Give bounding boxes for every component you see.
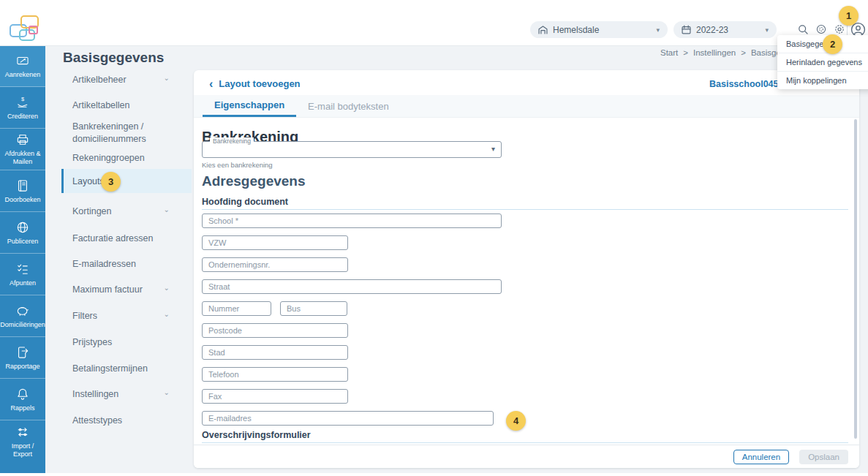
- sidebar-item-prijstypes[interactable]: Prijstypes: [72, 336, 182, 349]
- breadcrumb-separator: >: [683, 48, 688, 57]
- field-postcode[interactable]: [202, 323, 348, 338]
- chevron-down-icon[interactable]: ⌄: [164, 74, 170, 82]
- module-item-label: Rappels: [10, 404, 34, 412]
- tab-eigenschappen[interactable]: Eigenschappen: [203, 95, 296, 117]
- breadcrumb-instellingen[interactable]: Instellingen: [693, 48, 736, 57]
- sidebar-item-atteststypes[interactable]: Atteststypes: [72, 415, 182, 427]
- schoolyear-selector[interactable]: 2022-23 ▾: [673, 21, 777, 38]
- school-selector-value: Hemelsdale: [553, 25, 599, 35]
- sidebar-item-rekeninggroepen[interactable]: Rekeninggroepen: [72, 152, 182, 165]
- checklist-icon: [15, 262, 30, 276]
- annotation-badge-1: 1: [839, 6, 858, 26]
- layout-panel: ‹ Layout toevoegen Basisschool045898 Eig…: [194, 70, 859, 468]
- annotation-badge-3: 3: [101, 172, 121, 192]
- module-item-rapportage[interactable]: Rapportage: [0, 337, 45, 379]
- save-button[interactable]: Opslaan: [799, 450, 848, 464]
- field-bus[interactable]: [280, 301, 347, 316]
- module-item-publiceren[interactable]: Publiceren: [0, 212, 45, 254]
- module-item-label: Afdrukken & Mailen: [1, 150, 44, 166]
- module-item-label: Domiciliëringen: [0, 321, 45, 329]
- module-item-label: Import / Export: [1, 442, 44, 458]
- breadcrumb-start[interactable]: Start: [660, 48, 678, 57]
- field-stad[interactable]: [202, 345, 348, 360]
- gear-icon[interactable]: [834, 23, 845, 35]
- module-item-label: Aanrekenen: [5, 71, 41, 79]
- group-title-hoofding-document: Hoofding document: [202, 197, 288, 207]
- chevron-left-icon: ‹: [209, 79, 213, 88]
- book-icon: [15, 178, 30, 193]
- school-icon: [538, 25, 548, 34]
- tab-email-bodyteksten[interactable]: E-mail bodyteksten: [296, 95, 401, 117]
- sidebar-item-facturatie-adressen[interactable]: Facturatie adressen: [72, 233, 182, 245]
- schoolyear-selector-value: 2022-23: [696, 25, 728, 35]
- transfer-arrows-icon: [15, 425, 30, 439]
- module-item-import-export[interactable]: Import / Export: [0, 420, 45, 462]
- sidebar-item-emailadressen[interactable]: E-mailadressen: [72, 258, 182, 271]
- module-item-afdrukken-mailen[interactable]: Afdrukken & Mailen: [0, 129, 45, 170]
- cancel-button[interactable]: Annuleren: [733, 450, 789, 464]
- select-helper-text: Kies een bankrekening: [202, 161, 273, 169]
- breadcrumb-separator: >: [741, 48, 746, 57]
- tag-pencil-icon: [15, 53, 30, 68]
- chevron-down-icon: ▾: [491, 145, 495, 153]
- module-item-rappels[interactable]: Rappels: [0, 379, 45, 420]
- module-item-domicilieringen[interactable]: Domiciliëringen: [0, 295, 45, 337]
- annotation-badge-2: 2: [823, 34, 842, 54]
- logo-shape-pink: [29, 26, 38, 34]
- school-selector[interactable]: Hemelsdale ▾: [530, 21, 668, 38]
- module-item-crediteren[interactable]: $ Crediteren: [0, 87, 45, 129]
- field-telefoon[interactable]: [202, 367, 348, 382]
- bankrekening-select[interactable]: Bankrekening ▾: [202, 141, 502, 158]
- printer-icon: [15, 132, 30, 147]
- gear-outline-icon[interactable]: [815, 23, 827, 35]
- panel-scrollbar[interactable]: [854, 119, 857, 439]
- module-item-label: Rapportage: [5, 363, 39, 371]
- field-school[interactable]: [202, 214, 502, 228]
- module-item-label: Doorboeken: [4, 196, 40, 204]
- sidebar-item-layouts[interactable]: Layouts: [61, 169, 192, 193]
- bell-icon: [15, 387, 30, 401]
- module-item-label: Crediteren: [7, 113, 38, 121]
- module-item-doorboeken[interactable]: Doorboeken: [0, 170, 45, 212]
- svg-text:$: $: [21, 96, 25, 102]
- chevron-down-icon[interactable]: ⌄: [164, 205, 170, 214]
- chevron-down-icon[interactable]: ⌄: [164, 310, 170, 318]
- select-label: Bankrekening: [210, 137, 254, 145]
- module-sidebar: Aanrekenen $ Crediteren Afdrukken & Mail…: [0, 45, 45, 473]
- module-item-label: Afpunten: [10, 279, 36, 287]
- tab-bar: Eigenschappen E-mail bodyteksten: [194, 95, 859, 118]
- sidebar-item-betalingstermijnen[interactable]: Betalingstermijnen: [72, 363, 182, 375]
- menu-item-mijn-koppelingen[interactable]: Mijn koppelingen: [777, 71, 868, 89]
- chevron-down-icon: ▾: [765, 26, 769, 34]
- document-export-icon: [15, 345, 30, 360]
- sidebar-item-artikeltabellen[interactable]: Artikeltabellen: [72, 99, 182, 112]
- annotation-badge-4: 4: [506, 411, 526, 431]
- app-logo[interactable]: [0, 0, 44, 45]
- top-bar: Hemelsdale ▾ 2022-23 ▾: [0, 0, 868, 46]
- chevron-down-icon[interactable]: ⌄: [164, 388, 170, 396]
- sidebar-item-label: Layouts: [72, 176, 105, 186]
- globe-icon: [15, 220, 30, 235]
- field-fax[interactable]: [202, 389, 348, 404]
- search-icon[interactable]: [797, 23, 809, 35]
- menu-item-herinladen-gegevens[interactable]: Herinladen gegevens: [777, 53, 868, 71]
- chevron-down-icon: ▾: [656, 26, 660, 34]
- app-root: Hemelsdale ▾ 2022-23 ▾ Start > Instellin…: [0, 0, 868, 476]
- group-divider: [202, 442, 848, 443]
- chevron-down-icon[interactable]: ⌄: [164, 284, 170, 292]
- back-button[interactable]: ‹ Layout toevoegen: [209, 78, 301, 89]
- field-straat[interactable]: [202, 279, 502, 294]
- field-ondernemingsnr[interactable]: [202, 257, 348, 272]
- sidebar-item-bankrekeningen[interactable]: Bankrekeningen / domicilienummers: [72, 121, 178, 146]
- piggy-bank-icon: [15, 303, 30, 318]
- field-nummer[interactable]: [202, 301, 271, 316]
- bottom-strip: [0, 473, 868, 476]
- page-title: Basisgegevens: [63, 50, 164, 66]
- group-divider: [202, 209, 848, 210]
- field-emailadres[interactable]: [202, 411, 494, 426]
- field-vzw[interactable]: [202, 235, 348, 250]
- module-item-afpunten[interactable]: Afpunten: [0, 254, 45, 295]
- module-item-aanrekenen[interactable]: Aanrekenen: [0, 45, 45, 87]
- group-title-overschrijvingsformulier: Overschrijvingsformulier: [202, 430, 311, 440]
- settings-sidebar: Basisgegevens Artikelbeheer ⌄ Artikeltab…: [45, 45, 194, 473]
